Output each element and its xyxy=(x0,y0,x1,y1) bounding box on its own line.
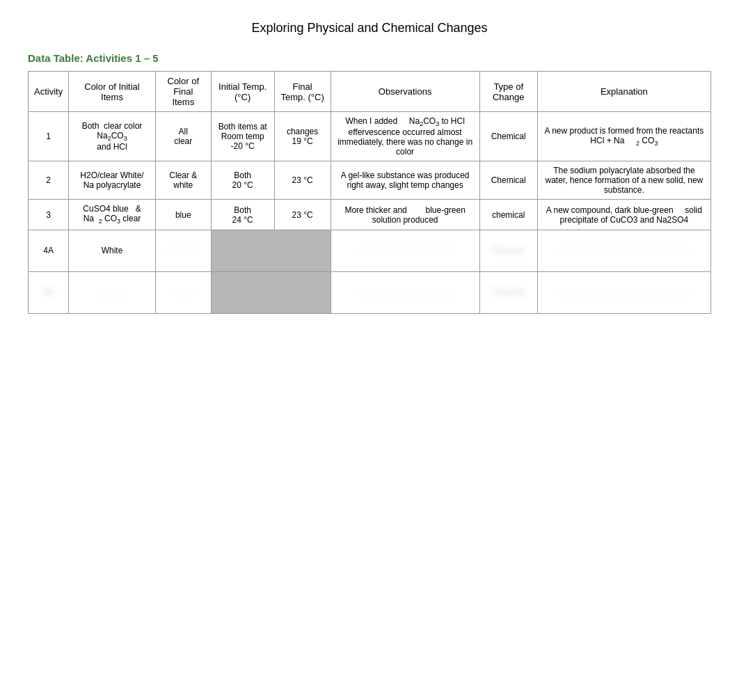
table-row: 1 Both clear colorNa2CO3and HCl Allclear… xyxy=(29,112,711,161)
cell-activity: 4A xyxy=(29,230,69,271)
cell-color-final: Allclear xyxy=(155,112,211,161)
col-header-color-initial: Color of Initial Items xyxy=(69,72,156,112)
cell-color-initial: Both clear colorNa2CO3and HCl xyxy=(69,112,156,161)
cell-activity: 1 xyxy=(29,112,69,161)
cell-final-temp: changes19 °C xyxy=(274,112,331,161)
cell-temp-blurred xyxy=(211,230,331,271)
cell-activity: 3 xyxy=(29,200,69,230)
cell-explanation: — — — — — — — — — — — — xyxy=(537,271,710,313)
cell-final-temp: 23 °C xyxy=(274,200,331,230)
cell-observations: A gel-like substance was produced right … xyxy=(331,161,479,200)
cell-color-final: blue xyxy=(155,200,211,230)
col-header-final-temp: Final Temp. (°C) xyxy=(274,72,331,112)
cell-temp-blurred2 xyxy=(211,271,331,313)
page-title: Exploring Physical and Chemical Changes xyxy=(28,21,711,35)
cell-observations: More thicker and blue-green solution pro… xyxy=(331,200,479,230)
cell-observations: When I added Na2CO3 to HCleffervescence … xyxy=(331,112,479,161)
col-header-color-final: Color of Final Items xyxy=(155,72,211,112)
cell-initial-temp: Both items at Room temp-20 °C xyxy=(211,112,274,161)
cell-type-of-change: Chemical xyxy=(479,161,537,200)
cell-color-initial: White xyxy=(69,230,156,271)
cell-color-final: — — — xyxy=(155,230,211,271)
cell-initial-temp: Both24 °C xyxy=(211,200,274,230)
cell-color-final: — — xyxy=(155,271,211,313)
cell-color-initial: — — — xyxy=(69,271,156,313)
cell-color-final: Clear & white xyxy=(155,161,211,200)
cell-type-of-change: Chemical xyxy=(479,112,537,161)
col-header-activity: Activity xyxy=(29,72,69,112)
cell-type-of-change: Physical xyxy=(479,230,537,271)
cell-initial-temp: Both20 °C xyxy=(211,161,274,200)
table-row: 3 CuSO4 blue &Na 2 CO3 clear blue Both24… xyxy=(29,200,711,230)
col-header-initial-temp: Initial Temp. (°C) xyxy=(211,72,274,112)
cell-color-initial: CuSO4 blue &Na 2 CO3 clear xyxy=(69,200,156,230)
cell-color-initial: H2O/clear White/ Na polyacrylate xyxy=(69,161,156,200)
cell-type-of-change: chemical xyxy=(479,200,537,230)
cell-explanation: The sodium polyacrylate absorbed the wat… xyxy=(537,161,710,200)
cell-explanation: A new compound, dark blue-green solid pr… xyxy=(537,200,710,230)
cell-observations: — — — — — — — — — xyxy=(331,271,479,313)
table-row: 4B — — — — — — — — — — — — — — Physical … xyxy=(29,271,711,313)
col-header-observations: Observations xyxy=(331,72,479,112)
cell-observations: — — — — — — — — — xyxy=(331,230,479,271)
cell-activity: 2 xyxy=(29,161,69,200)
table-row: 2 H2O/clear White/ Na polyacrylate Clear… xyxy=(29,161,711,200)
cell-explanation: A new product is formed from the reactan… xyxy=(537,112,710,161)
cell-activity: 4B xyxy=(29,271,69,313)
cell-final-temp: 23 °C xyxy=(274,161,331,200)
col-header-type-of-change: Type of Change xyxy=(479,72,537,112)
col-header-explanation: Explanation xyxy=(537,72,710,112)
section-title: Data Table: Activities 1 – 5 xyxy=(28,52,711,64)
cell-explanation: — — — — — — — — — — — — xyxy=(537,230,710,271)
cell-type-of-change: Physical xyxy=(479,271,537,313)
data-table: Activity Color of Initial Items Color of… xyxy=(28,71,711,314)
table-row: 4A White — — — — — — — — — — — — Physica… xyxy=(29,230,711,271)
